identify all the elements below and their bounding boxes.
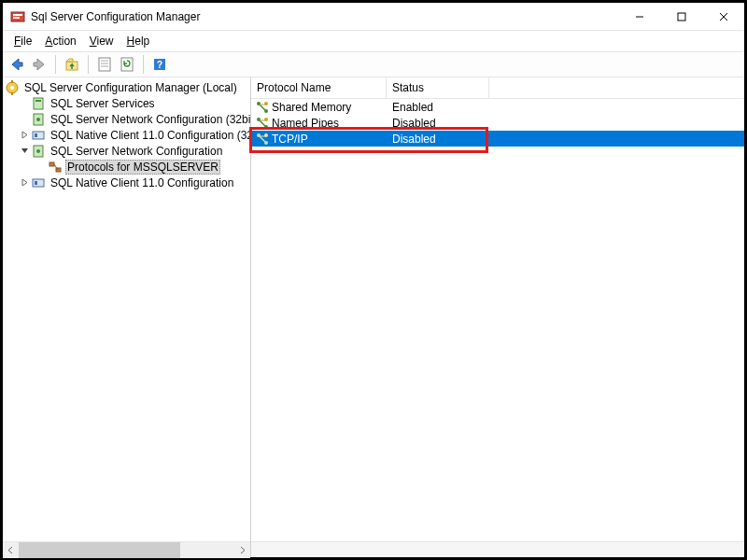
svg-rect-4 [678,13,685,21]
menu-view[interactable]: View [84,33,120,49]
toolbar: ? [3,51,744,77]
svg-rect-27 [49,162,54,166]
list-row-shared-memory[interactable]: Shared Memory Enabled [251,99,744,115]
tree-root-label: SQL Server Configuration Manager (Local) [22,81,239,94]
scroll-right-icon[interactable] [234,542,250,558]
close-button[interactable] [702,3,744,30]
list-header: Protocol Name Status [251,77,744,99]
protocol-icon [255,100,270,115]
tree-item-label: SQL Native Client 11.0 Configuration (32… [49,129,250,142]
forward-button[interactable] [29,54,49,75]
svg-rect-23 [33,132,44,139]
titlebar: Sql Server Configuration Manager [3,3,744,31]
protocols-icon [48,160,63,175]
tree-item-label: SQL Server Network Configuration [49,145,224,158]
minimize-button[interactable] [618,3,660,30]
svg-point-16 [10,86,14,90]
list-row-named-pipes[interactable]: Named Pipes Disabled [251,115,744,131]
tree-horizontal-scrollbar[interactable] [3,541,250,557]
network-icon [31,112,46,127]
list-horizontal-scrollbar[interactable] [251,541,744,557]
tree-item-label: SQL Server Services [49,97,157,110]
content-area: SQL Server Configuration Manager (Local)… [3,77,744,557]
tree-item-protocols[interactable]: Protocols for MSSQLSERVER [3,159,250,175]
svg-rect-24 [35,133,37,137]
expander-collapsed-icon[interactable] [18,176,31,189]
tree-item-services[interactable]: SQL Server Services [3,95,250,111]
svg-line-34 [260,105,265,110]
tree-root[interactable]: SQL Server Configuration Manager (Local) [3,79,250,95]
expander-placeholder [35,161,48,174]
svg-line-44 [260,136,265,142]
svg-rect-8 [99,58,110,71]
list-row-tcpip[interactable]: TCP/IP Disabled [251,131,744,147]
expander-expanded-icon[interactable] [18,145,31,158]
refresh-button[interactable] [117,54,137,75]
svg-rect-31 [35,181,37,185]
up-button[interactable] [62,54,82,75]
expander-collapsed-icon[interactable] [18,129,31,142]
tree-item-nativeclient-32[interactable]: SQL Native Client 11.0 Configuration (32… [3,127,250,143]
svg-rect-20 [35,100,41,102]
cell-status: Enabled [387,101,489,114]
back-button[interactable] [7,54,27,75]
cell-protocol-name: Shared Memory [272,101,387,114]
tree-pane: SQL Server Configuration Manager (Local)… [3,77,251,557]
menu-action[interactable]: Action [39,33,81,49]
svg-rect-2 [13,17,20,19]
tree-item-netconfig-32[interactable]: SQL Server Network Configuration (32bit) [3,111,250,127]
scroll-thumb[interactable] [19,542,180,558]
list-body[interactable]: Shared Memory Enabled Named Pipes Disabl… [251,99,744,541]
network-icon [31,144,46,159]
service-icon [31,96,46,111]
tree-item-label: Protocols for MSSQLSERVER [65,160,220,175]
svg-rect-19 [34,98,43,109]
help-button[interactable]: ? [149,54,170,75]
protocol-icon [255,116,270,131]
app-icon [10,9,25,24]
svg-point-22 [36,118,40,121]
window-title: Sql Server Configuration Manager [31,10,200,23]
cell-status: Disabled [387,117,489,130]
protocol-icon [255,132,270,147]
column-header-name[interactable]: Protocol Name [251,77,387,98]
expander-placeholder [18,97,31,110]
svg-rect-30 [33,179,44,187]
cell-status: Disabled [387,133,489,146]
tree-item-label: SQL Native Client 11.0 Configuration [49,176,235,189]
column-header-status[interactable]: Status [387,77,489,98]
tree-item-netconfig[interactable]: SQL Server Network Configuration [3,143,250,159]
tree-item-nativeclient[interactable]: SQL Native Client 11.0 Configuration [3,175,250,190]
scroll-track[interactable] [19,542,234,558]
menu-file[interactable]: File [8,33,37,49]
menu-help[interactable]: Help [121,33,156,49]
cell-protocol-name: TCP/IP [272,133,387,146]
maximize-button[interactable] [660,3,702,30]
cell-protocol-name: Named Pipes [272,117,387,130]
svg-point-26 [36,149,40,153]
svg-rect-17 [11,80,13,83]
app-window: Sql Server Configuration Manager File Ac… [3,3,744,557]
config-manager-icon [5,80,20,95]
menubar: File Action View Help [3,31,744,51]
tree-item-label: SQL Server Network Configuration (32bit) [49,113,250,126]
svg-rect-18 [11,92,13,95]
expander-placeholder [18,113,31,126]
svg-rect-1 [13,14,22,16]
client-icon [31,175,46,190]
properties-button[interactable] [94,54,115,75]
scroll-left-icon[interactable] [3,542,19,558]
tree-body[interactable]: SQL Server Configuration Manager (Local)… [3,77,250,541]
list-pane: Protocol Name Status Shared Memory Enabl… [251,77,744,557]
svg-rect-12 [121,58,133,71]
svg-text:?: ? [157,60,162,70]
client-icon [31,128,46,143]
svg-line-39 [260,120,265,126]
